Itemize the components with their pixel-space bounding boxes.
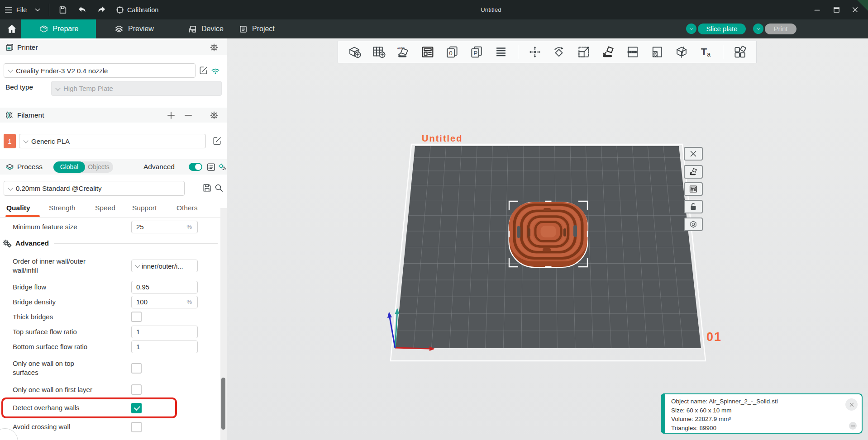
tab-strength[interactable]: Strength xyxy=(49,204,76,212)
printer-select[interactable]: Creality Ender-3 V2 0.4 nozzle xyxy=(4,63,196,78)
undo-button[interactable] xyxy=(77,0,88,19)
filament-material: Generic PLA xyxy=(31,137,70,145)
param-row: Thick bridges xyxy=(0,309,220,324)
info-close-button[interactable] xyxy=(845,398,858,411)
advanced-gears-icon xyxy=(1,238,13,249)
printer-edit-icon[interactable] xyxy=(198,65,209,76)
tab-speed[interactable]: Speed xyxy=(95,204,115,212)
info-minimize-button[interactable] xyxy=(849,422,857,430)
main-tabbar: Prepare Preview Device Project Slice pla… xyxy=(0,19,868,38)
parameter-list-icon[interactable] xyxy=(206,162,217,173)
chevron-down-icon xyxy=(56,86,60,91)
view-tool[interactable] xyxy=(684,218,703,231)
filament-section-header: Filament xyxy=(0,108,227,123)
param-input[interactable]: 25% xyxy=(131,221,198,233)
param-row: Bottom surface flow ratio1 xyxy=(0,339,220,354)
calibration-icon[interactable] xyxy=(115,0,125,19)
tab-preview[interactable]: Preview xyxy=(114,19,154,38)
bed-type-select[interactable]: High Temp Plate xyxy=(51,81,222,96)
param-label: Thick bridges xyxy=(0,312,131,322)
param-checkbox[interactable] xyxy=(131,384,142,395)
tab-project[interactable]: Project xyxy=(238,19,275,38)
process-tabs: Quality Strength Speed Support Others xyxy=(0,201,227,218)
titlebar-divider xyxy=(49,4,49,16)
sidebar: Printer Creality Ender-3 V2 0.4 nozzle B… xyxy=(0,38,227,440)
tab-others[interactable]: Others xyxy=(176,204,198,212)
filament-settings-gear-icon[interactable] xyxy=(209,110,219,121)
param-checkbox[interactable] xyxy=(131,403,142,413)
minimize-button[interactable] xyxy=(810,0,825,19)
redo-button[interactable] xyxy=(96,0,107,19)
process-section-title: Process xyxy=(17,163,43,171)
print-button[interactable]: Print xyxy=(765,24,796,34)
param-input[interactable]: 0.95 xyxy=(131,281,198,293)
param-row: Avoid crossing wall xyxy=(0,419,220,435)
info-object-name: Object name: Air_Spinner_2_-_Solid.stl xyxy=(671,397,778,406)
param-input[interactable]: 100% xyxy=(131,296,198,308)
save-preset-icon[interactable] xyxy=(202,183,213,194)
filament-edit-icon[interactable] xyxy=(212,136,223,147)
object-info-panel: Object name: Air_Spinner_2_-_Solid.stl S… xyxy=(661,393,863,434)
lock-tool[interactable] xyxy=(684,200,703,213)
param-input[interactable]: 1 xyxy=(131,326,198,338)
corner-decoration xyxy=(857,0,868,11)
menu-icon[interactable] xyxy=(4,0,14,19)
home-button[interactable] xyxy=(6,19,18,38)
tab-preview-label: Preview xyxy=(128,25,154,33)
window-title: Untitled xyxy=(453,0,529,19)
param-checkbox[interactable] xyxy=(131,363,142,374)
tab-support[interactable]: Support xyxy=(132,204,157,212)
filament-section-title: Filament xyxy=(17,111,44,119)
parameter-list: Minimum feature size25%AdvancedOrder of … xyxy=(0,219,220,435)
param-label: Order of inner wall/outerwall/infill xyxy=(0,257,131,275)
info-volume: Volume: 22827.9 mm³ xyxy=(671,415,778,424)
param-label: Minimum feature size xyxy=(0,222,131,232)
param-checkbox[interactable] xyxy=(131,422,142,432)
param-label: Avoid crossing wall xyxy=(0,422,131,431)
auto-orient-tool[interactable] xyxy=(684,165,703,179)
remove-filament-button[interactable] xyxy=(183,110,194,121)
close-plate-tool[interactable] xyxy=(684,147,703,161)
param-row: Only one wall on first layer xyxy=(0,382,220,397)
tab-project-label: Project xyxy=(252,25,275,33)
filament-slot-badge[interactable]: 1 xyxy=(4,134,16,148)
add-filament-button[interactable] xyxy=(166,110,176,121)
process-icon xyxy=(5,162,15,172)
preset-select[interactable]: 0.20mm Standard @Creality xyxy=(4,181,185,196)
save-button[interactable] xyxy=(58,0,68,19)
tab-quality[interactable]: Quality xyxy=(6,204,30,212)
printer-settings-gear-icon[interactable] xyxy=(209,42,219,53)
param-label: Only one wall on first layer xyxy=(0,385,131,394)
wifi-icon[interactable] xyxy=(210,66,221,76)
info-panel-accent xyxy=(661,393,665,434)
scope-objects[interactable]: Objects xyxy=(85,163,112,170)
calibration-label[interactable]: Calibration xyxy=(127,0,158,19)
scope-global[interactable]: Global xyxy=(53,161,85,173)
advanced-toggle-label: Advanced xyxy=(143,163,175,171)
build-plate-scene[interactable] xyxy=(227,38,868,440)
sidebar-scrollbar[interactable] xyxy=(220,208,227,440)
arrange-tool[interactable] xyxy=(684,182,703,196)
printer-section-header: Printer xyxy=(0,40,227,55)
printer-model: Creality Ender-3 V2 0.4 nozzle xyxy=(16,67,108,75)
search-preset-icon[interactable] xyxy=(214,183,224,194)
print-options-chevron[interactable] xyxy=(753,24,763,34)
scrollbar-thumb[interactable] xyxy=(221,378,225,430)
plate-number-label: 01 xyxy=(706,330,722,344)
advanced-toggle[interactable] xyxy=(189,163,202,171)
tab-device[interactable]: Device xyxy=(188,19,224,38)
process-scope-toggle[interactable]: Global Objects xyxy=(53,161,113,173)
filament-select[interactable]: Generic PLA xyxy=(19,134,206,148)
param-checkbox[interactable] xyxy=(131,312,142,322)
tab-prepare[interactable]: Prepare xyxy=(21,19,96,38)
slice-options-chevron[interactable] xyxy=(686,24,696,34)
advanced-section-header: Advanced xyxy=(0,234,220,252)
param-select[interactable]: inner/outer/i... xyxy=(131,260,198,272)
maximize-button[interactable] xyxy=(829,0,844,19)
file-menu[interactable]: File xyxy=(16,0,27,19)
file-chevron-icon[interactable] xyxy=(33,0,42,19)
viewport-3d[interactable]: AUTO 0 P Ta Untitled 01 Object name: Air… xyxy=(227,38,868,440)
param-input[interactable]: 1 xyxy=(131,341,198,353)
slice-plate-button[interactable]: Slice plate xyxy=(698,24,746,34)
param-label: Detect overhang walls xyxy=(0,403,131,412)
